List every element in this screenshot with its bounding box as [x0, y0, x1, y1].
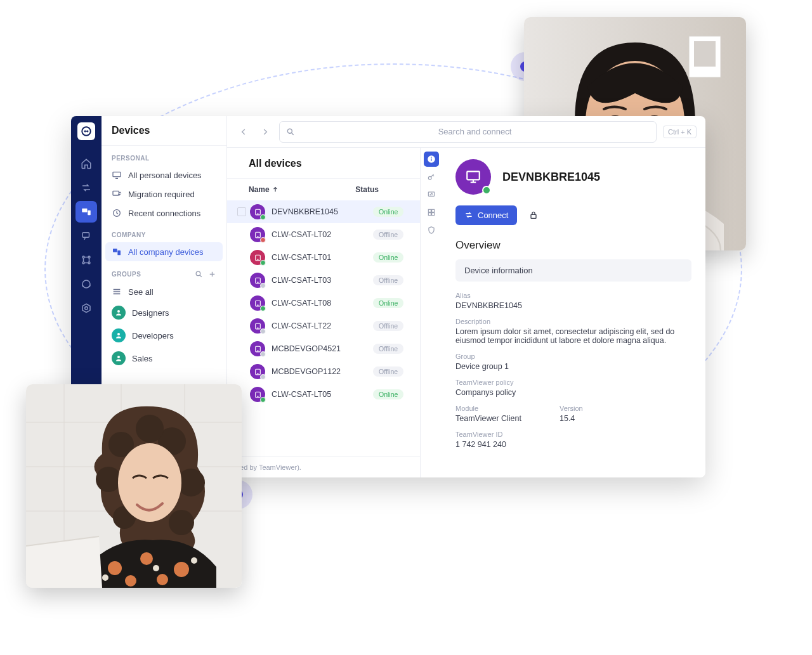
sidebar-item-company[interactable]: All company devices — [105, 242, 223, 261]
svg-rect-52 — [431, 159, 431, 161]
devices-heading: All devices — [227, 148, 420, 179]
add-group-icon[interactable] — [208, 270, 216, 278]
svg-rect-60 — [467, 171, 480, 179]
tvid-value: 1 742 941 240 — [455, 440, 691, 449]
nav-back-button[interactable] — [236, 124, 251, 139]
search-input[interactable] — [300, 127, 650, 136]
svg-point-30 — [117, 333, 120, 335]
device-name: CLW-CSAT-LT03 — [272, 276, 373, 285]
sidebar-item-personal[interactable]: All personal devices — [102, 165, 226, 185]
device-row[interactable]: DEVNBKBRE1045Online — [227, 200, 420, 223]
device-name: CLW-CSAT-LT22 — [272, 321, 373, 330]
svg-point-20 — [88, 262, 90, 264]
sidebar-title: Devices — [102, 116, 226, 146]
sidebar-group-item[interactable]: Developers — [102, 324, 226, 347]
svg-point-54 — [428, 176, 431, 179]
device-row[interactable]: CLW-CSAT-LT08Online — [227, 292, 420, 315]
connect-label: Connect — [478, 211, 508, 220]
svg-rect-56 — [428, 209, 431, 212]
sidebar-item-personal[interactable]: Migration required — [102, 185, 226, 204]
search-icon[interactable] — [195, 270, 203, 278]
section-groups: GROUPS — [112, 271, 141, 278]
keyboard-hint: Ctrl + K — [663, 126, 697, 138]
device-type-icon — [250, 364, 265, 379]
desc-label: Description — [455, 318, 691, 325]
svg-point-65 — [96, 467, 121, 492]
nav-support[interactable] — [75, 273, 97, 295]
sidebar-item-personal[interactable]: Recent connections — [102, 204, 226, 223]
section-personal: PERSONAL — [102, 146, 226, 165]
sidebar-group-item[interactable]: Designers — [102, 301, 226, 324]
nav-remote[interactable] — [75, 177, 97, 198]
see-all-groups[interactable]: See all — [102, 282, 226, 301]
monitor-icon — [112, 170, 122, 180]
nav-chat[interactable] — [75, 225, 97, 247]
status-dot-icon — [260, 374, 266, 380]
nav-workflow[interactable] — [75, 249, 97, 271]
nav-home[interactable] — [75, 153, 97, 174]
info-section-tab[interactable]: Device information — [455, 259, 691, 282]
device-avatar — [455, 159, 491, 195]
status-dot-icon — [260, 306, 266, 311]
status-dot-icon — [260, 351, 266, 357]
th-name[interactable]: Name — [249, 185, 270, 194]
device-name: CLW-CSAT-LT08 — [272, 299, 373, 308]
device-row[interactable]: MCBDEVGOP1122Offline — [227, 360, 420, 383]
svg-point-68 — [169, 510, 194, 535]
detail-tab-security[interactable] — [424, 223, 439, 238]
status-dot-icon — [260, 283, 266, 289]
footer-text: ded by TeamViewer). — [227, 457, 420, 477]
version-value: 15.4 — [560, 414, 583, 423]
status-dot-icon — [260, 328, 266, 334]
nav-forward-button[interactable] — [258, 124, 273, 139]
detail-tab-info[interactable] — [424, 152, 439, 167]
status-pill: Offline — [373, 344, 403, 354]
device-type-icon — [250, 273, 265, 288]
detail-tab-monitor[interactable] — [424, 187, 439, 202]
sidebar-group-item[interactable]: Sales — [102, 347, 226, 370]
device-row[interactable]: CLW-CSAT-LT02Offline — [227, 223, 420, 246]
device-title: DEVNBKBRE1045 — [502, 171, 600, 184]
svg-rect-23 — [113, 172, 121, 176]
nav-settings[interactable] — [75, 297, 97, 319]
detail-tab-auth[interactable] — [424, 169, 439, 185]
search-icon — [286, 127, 295, 136]
status-badge-icon — [482, 186, 491, 195]
clock-icon — [112, 208, 122, 218]
migration-icon — [112, 189, 122, 199]
connect-button[interactable]: Connect — [455, 205, 517, 225]
svg-rect-57 — [431, 209, 434, 212]
th-status[interactable]: Status — [355, 185, 398, 194]
svg-point-38 — [257, 259, 258, 259]
status-dot-icon — [260, 214, 266, 220]
group-label: Designers — [132, 308, 169, 318]
module-value: TeamViewer Client — [455, 414, 521, 423]
svg-rect-16 — [82, 233, 89, 238]
svg-point-53 — [431, 157, 432, 158]
row-checkbox[interactable] — [235, 207, 249, 216]
detail-tab-grid[interactable] — [424, 205, 439, 220]
sidebar-item-label: All personal devices — [128, 171, 202, 180]
status-pill: Offline — [373, 230, 403, 240]
device-row[interactable]: CLW-CSAT-LT05Online — [227, 383, 420, 406]
svg-point-36 — [257, 236, 258, 237]
svg-point-77 — [153, 565, 159, 571]
device-row[interactable]: CLW-CSAT-LT03Offline — [227, 269, 420, 292]
status-dot-icon — [260, 397, 266, 403]
status-pill: Online — [373, 252, 403, 263]
lock-button[interactable] — [523, 205, 544, 225]
svg-point-28 — [196, 271, 200, 276]
nav-devices[interactable] — [75, 201, 97, 223]
tvid-label: TeamViewer ID — [455, 431, 691, 438]
device-type-icon — [250, 295, 265, 311]
status-pill: Offline — [373, 275, 403, 285]
svg-point-18 — [88, 256, 90, 258]
device-row[interactable]: MCBDEVGOP4521Offline — [227, 337, 420, 360]
device-type-icon — [250, 318, 265, 334]
device-name: MCBDEVGOP1122 — [272, 367, 373, 376]
device-row[interactable]: CLW-CSAT-LT01Online — [227, 246, 420, 269]
search-field[interactable] — [279, 121, 657, 143]
group-avatar-icon — [112, 328, 126, 342]
section-company: COMPANY — [102, 223, 226, 242]
device-row[interactable]: CLW-CSAT-LT22Offline — [227, 315, 420, 337]
